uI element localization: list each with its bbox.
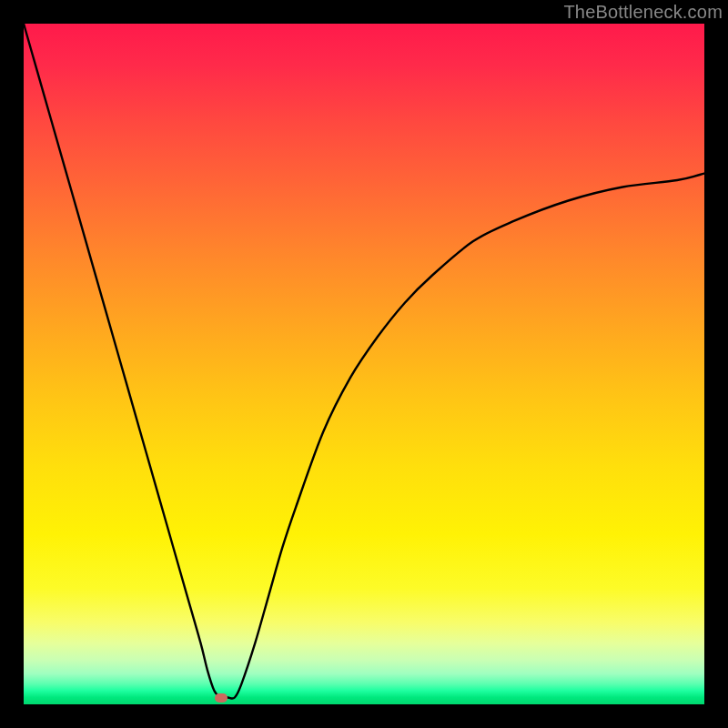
bottleneck-curve <box>24 24 704 699</box>
plot-area <box>24 24 704 704</box>
chart-frame: TheBottleneck.com <box>0 0 728 728</box>
curve-layer <box>24 24 704 704</box>
watermark-text: TheBottleneck.com <box>563 2 723 23</box>
optimal-point-marker <box>215 693 228 703</box>
